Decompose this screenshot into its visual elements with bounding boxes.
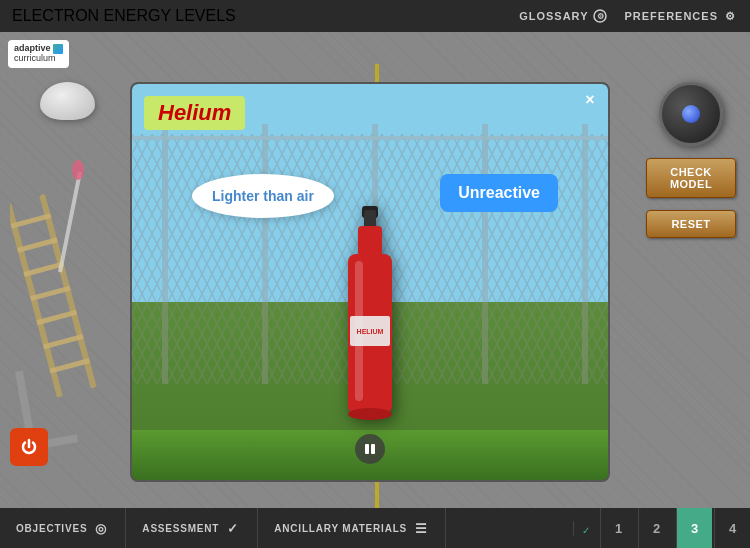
svg-rect-7 <box>30 286 71 301</box>
pause-icon <box>363 442 377 456</box>
power-icon <box>19 437 39 457</box>
objectives-tab[interactable]: OBJECTIVES ◎ <box>0 508 126 548</box>
svg-rect-20 <box>582 124 588 384</box>
page-4[interactable]: 4 <box>714 508 750 548</box>
svg-line-11 <box>60 172 80 272</box>
pause-button[interactable] <box>355 434 385 464</box>
svg-point-12 <box>72 160 84 180</box>
svg-rect-10 <box>49 358 90 373</box>
property-bubble-unreactive: Unreactive <box>440 174 558 212</box>
ancillary-tab[interactable]: ANCILLARY MATERIALS ☰ <box>258 508 446 548</box>
svg-point-29 <box>348 408 392 420</box>
glossary-label: GLOSSARY <box>519 10 588 22</box>
preferences-button[interactable]: PREFERENCES ⚙ <box>624 8 738 24</box>
svg-text:⚙: ⚙ <box>597 12 605 21</box>
objectives-label: OBJECTIVES <box>16 523 87 534</box>
bottom-bar: OBJECTIVES ◎ ASSESSMENT ✓ ANCILLARY MATE… <box>0 508 750 548</box>
svg-rect-5 <box>17 237 58 252</box>
logo: adaptive curriculum <box>8 40 69 68</box>
knob-control[interactable] <box>659 82 723 146</box>
assessment-icon: ✓ <box>225 520 241 536</box>
unreactive-text: Unreactive <box>458 184 540 201</box>
page-2[interactable]: 2 <box>638 508 674 548</box>
svg-rect-16 <box>162 124 168 384</box>
element-label: Helium <box>144 96 245 130</box>
page-check-indicator: ✓ <box>582 525 590 536</box>
modal-background: Helium Lighter than air Unreactive <box>132 84 608 480</box>
preferences-label: PREFERENCES <box>624 10 718 22</box>
app-title: ELECTRON ENERGY LEVELS <box>12 7 236 25</box>
assessment-label: ASSESSMENT <box>142 523 219 534</box>
svg-rect-30 <box>365 444 369 454</box>
glossary-button[interactable]: GLOSSARY ⚙ <box>519 8 608 24</box>
reset-button[interactable]: RESET <box>646 210 736 238</box>
top-bar: ELECTRON ENERGY LEVELS GLOSSARY ⚙ PREFER… <box>0 0 750 32</box>
svg-rect-17 <box>262 124 268 384</box>
power-button[interactable] <box>10 428 48 466</box>
preferences-icon: ⚙ <box>722 8 738 24</box>
svg-rect-19 <box>482 124 488 384</box>
check-model-button[interactable]: CHECK MODEL <box>646 158 736 198</box>
modal-inner: Helium Lighter than air Unreactive <box>132 84 608 480</box>
assessment-tab[interactable]: ASSESSMENT ✓ <box>126 508 258 548</box>
knob-indicator <box>682 105 700 123</box>
lighter-text: Lighter than air <box>212 188 314 204</box>
svg-rect-31 <box>371 444 375 454</box>
main-area: adaptive curriculum <box>0 32 750 508</box>
svg-rect-9 <box>43 334 84 349</box>
svg-rect-4 <box>10 213 51 228</box>
ancillary-icon: ☰ <box>413 520 429 536</box>
svg-rect-6 <box>23 261 64 276</box>
svg-rect-24 <box>358 226 382 256</box>
property-bubble-lighter: Lighter than air <box>192 174 334 218</box>
page-1[interactable]: 1 <box>600 508 636 548</box>
modal-popup: × <box>130 82 610 482</box>
page-numbers: ✓ 1 2 3 4 <box>573 508 750 548</box>
logo-text2: curriculum <box>14 54 63 64</box>
bottle-svg: HELIUM <box>320 206 420 436</box>
objectives-icon: ◎ <box>93 520 109 536</box>
svg-rect-8 <box>36 310 77 325</box>
modal-close-button[interactable]: × <box>580 90 600 110</box>
glossary-icon: ⚙ <box>592 8 608 24</box>
gas-bottle: HELIUM <box>320 206 420 440</box>
page-3[interactable]: 3 <box>676 508 712 548</box>
svg-rect-21 <box>132 136 608 140</box>
svg-text:HELIUM: HELIUM <box>357 328 384 335</box>
ancillary-label: ANCILLARY MATERIALS <box>274 523 407 534</box>
top-bar-right: GLOSSARY ⚙ PREFERENCES ⚙ <box>519 8 738 24</box>
decorations-svg <box>10 92 120 472</box>
right-controls: CHECK MODEL RESET <box>646 82 736 238</box>
